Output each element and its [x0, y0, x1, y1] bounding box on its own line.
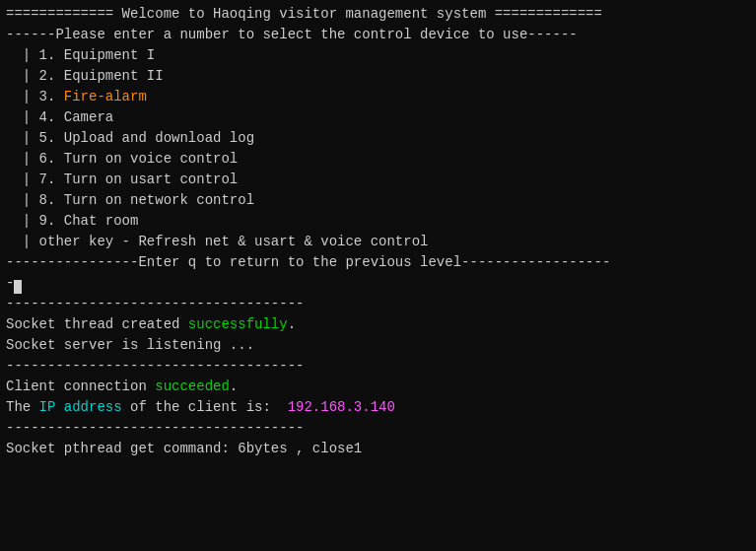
terminal-cursor — [14, 280, 22, 294]
terminal-text: - — [6, 275, 14, 291]
terminal-text: ------Please enter a number to select th… — [6, 27, 578, 42]
terminal-text: | 3. — [6, 89, 64, 104]
terminal-text: | 5. Upload and download log — [6, 130, 254, 146]
terminal-line-socket2: Socket server is listening ... — [6, 335, 750, 356]
terminal-line-header1: ============= Welcome to Haoqing visitor… — [6, 4, 750, 25]
terminal-text: | 2. Equipment II — [6, 68, 164, 84]
terminal-line-menu7: | 7. Turn on usart control — [6, 170, 750, 190]
terminal-text: The — [6, 399, 39, 415]
terminal: ============= Welcome to Haoqing visitor… — [0, 0, 756, 551]
terminal-text: . — [288, 316, 296, 332]
terminal-line-socket1: Socket thread created successfully. — [6, 314, 750, 335]
terminal-line-header2: ------Please enter a number to select th… — [6, 25, 750, 45]
terminal-line-sep3: ------------------------------------ — [6, 418, 750, 439]
terminal-text: ============= Welcome to Haoqing visitor… — [6, 6, 602, 22]
terminal-line-menu2: | 2. Equipment II — [6, 66, 750, 87]
terminal-text: | 4. Camera — [6, 109, 113, 125]
terminal-text: | 1. Equipment I — [6, 47, 155, 63]
terminal-line-client1: Client connection succeeded. — [6, 377, 750, 397]
terminal-text: successfully — [188, 316, 288, 332]
terminal-text: | 8. Turn on network control — [6, 192, 254, 208]
terminal-text: ------------------------------------ — [6, 420, 304, 436]
terminal-text: of the client is: — [122, 399, 288, 415]
terminal-line-menu3: | 3. Fire-alarm — [6, 87, 750, 107]
terminal-line-menu_other: | other key - Refresh net & usart & voic… — [6, 232, 750, 252]
terminal-line-cursor_line: - — [6, 273, 750, 294]
terminal-line-menu4: | 4. Camera — [6, 107, 750, 128]
terminal-line-sep2: ------------------------------------ — [6, 356, 750, 377]
terminal-text: . — [230, 379, 238, 394]
terminal-text: | 7. Turn on usart control — [6, 172, 238, 187]
terminal-line-menu5: | 5. Upload and download log — [6, 128, 750, 149]
terminal-text: Socket thread created — [6, 316, 188, 332]
terminal-line-enter_q: ----------------Enter q to return to the… — [6, 252, 750, 273]
terminal-line-menu6: | 6. Turn on voice control — [6, 149, 750, 170]
terminal-text: ------------------------------------ — [6, 296, 304, 311]
terminal-text: Socket server is listening ... — [6, 337, 254, 353]
terminal-text: | 6. Turn on voice control — [6, 151, 238, 167]
terminal-line-sep1: ------------------------------------ — [6, 294, 750, 314]
terminal-line-client2: The IP address of the client is: 192.168… — [6, 397, 750, 418]
terminal-text: | 9. Chat room — [6, 213, 138, 229]
terminal-text: Fire-alarm — [64, 89, 147, 104]
terminal-text: IP address — [39, 399, 122, 415]
terminal-text: ------------------------------------ — [6, 358, 304, 374]
terminal-text: 192.168.3.140 — [288, 399, 395, 415]
terminal-text: | other key - Refresh net & usart & voic… — [6, 234, 428, 249]
terminal-line-menu1: | 1. Equipment I — [6, 45, 750, 66]
terminal-text: Client connection — [6, 379, 155, 394]
terminal-line-menu8: | 8. Turn on network control — [6, 190, 750, 211]
terminal-text: ----------------Enter q to return to the… — [6, 254, 610, 270]
terminal-text: Socket pthread get command: 6bytes , clo… — [6, 441, 362, 456]
terminal-line-menu9: | 9. Chat room — [6, 211, 750, 232]
terminal-line-pthread: Socket pthread get command: 6bytes , clo… — [6, 439, 750, 459]
terminal-text: succeeded — [155, 379, 230, 394]
